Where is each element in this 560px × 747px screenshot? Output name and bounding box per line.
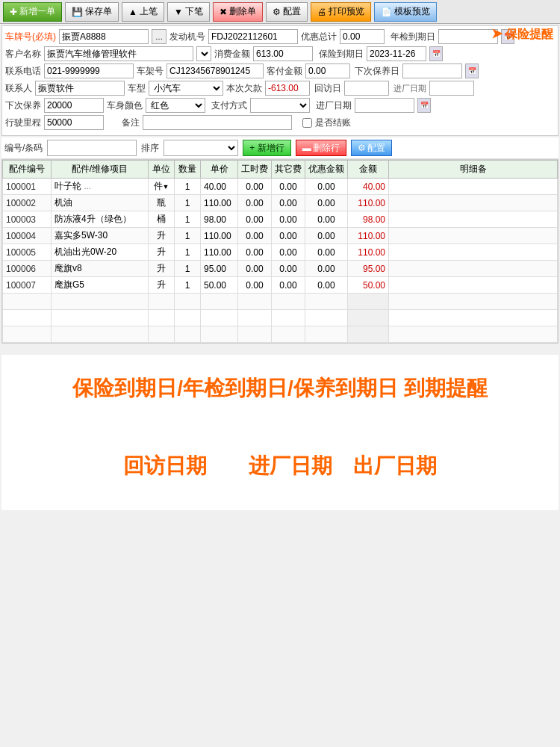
- cell-amount: 110.00: [348, 244, 389, 261]
- revisit-input[interactable]: [344, 81, 389, 96]
- customer-input[interactable]: [44, 46, 193, 61]
- consume-label: 消费金额: [214, 48, 250, 61]
- factory-calendar-button[interactable]: 📅: [417, 98, 431, 113]
- col-name: 配件/维修项目: [52, 161, 149, 179]
- insurance-reminder-section: 保险到期日/年检到期日/保养到期日 到期提醒: [1, 355, 559, 421]
- plate-lookup-button[interactable]: …: [152, 29, 167, 44]
- sub-config-label: 配置: [367, 142, 385, 155]
- table-row: 100005机油出光0W-20升1110.000.000.000.00110.0…: [3, 244, 558, 261]
- payment-input[interactable]: [305, 63, 350, 78]
- car-type-select[interactable]: 小汽车: [149, 81, 223, 96]
- cell-empty: [52, 294, 149, 310]
- arrears-input[interactable]: [265, 81, 310, 96]
- plate-input[interactable]: [59, 29, 149, 44]
- cell-empty: [149, 310, 175, 326]
- col-labor: 工时费: [238, 161, 272, 179]
- factory-date2-input[interactable]: [355, 98, 414, 113]
- table-row-empty: [3, 310, 558, 326]
- next-service2-input[interactable]: [44, 98, 104, 113]
- print-preview-button[interactable]: 🖨 打印预览: [311, 2, 371, 22]
- discount-input[interactable]: [340, 29, 385, 44]
- cell-other: 0.00: [272, 195, 305, 211]
- cell-unit: 升: [149, 277, 175, 294]
- table-row: 100004嘉实多5W-30升1110.000.000.000.00110.00: [3, 228, 558, 244]
- cell-discount: 0.00: [305, 244, 348, 261]
- parts-table: 配件编号 配件/维修项目 单位 数量 单价 工时费 其它费 优惠金额 金额 明细…: [2, 160, 558, 343]
- col-amount: 金额: [348, 161, 389, 179]
- sub-config-icon: ⚙: [358, 143, 366, 153]
- save-button[interactable]: 💾 保存单: [65, 2, 119, 22]
- template-icon: 📄: [381, 7, 392, 17]
- cell-empty: [272, 294, 305, 310]
- inspection-due-input[interactable]: [438, 29, 498, 44]
- cell-empty: [389, 326, 558, 343]
- next-service-calendar-button[interactable]: 📅: [465, 63, 479, 78]
- insurance-calendar-button[interactable]: 📅: [429, 46, 443, 61]
- col-unit: 单位: [149, 161, 175, 179]
- cell-code: 100005: [3, 244, 52, 261]
- cell-empty: [272, 326, 305, 343]
- car-color-select[interactable]: 红色: [146, 98, 205, 113]
- customer-dropdown[interactable]: ▼: [196, 46, 211, 61]
- cell-labor: 0.00: [238, 228, 272, 244]
- cell-name: 机油: [52, 195, 149, 211]
- down-icon: ▼: [174, 7, 183, 17]
- insurance-due-input[interactable]: [367, 46, 426, 61]
- cell-price: 110.00: [201, 244, 238, 261]
- delete-row-button[interactable]: ▬ 删除行: [296, 140, 346, 156]
- config-button[interactable]: ⚙ 配置: [266, 2, 308, 22]
- table-row: 100001叶子轮 …件▼140.000.000.000.0040.00: [3, 179, 558, 195]
- table-row: 100007麾旗G5升150.000.000.000.0050.00: [3, 277, 558, 294]
- phone-input[interactable]: [44, 63, 134, 78]
- cell-unit: 桶: [149, 211, 175, 228]
- add-row-button[interactable]: + 新增行: [243, 140, 290, 156]
- date-reminder-text: 回访日期 进厂日期 出厂日期: [9, 451, 551, 480]
- cell-amount: 40.00: [348, 179, 389, 195]
- cell-empty: [3, 326, 52, 343]
- insurance-due-label: 保险到期日: [319, 48, 364, 61]
- engine-input[interactable]: [208, 29, 298, 44]
- mileage-input[interactable]: [44, 115, 104, 130]
- cell-price: 95.00: [201, 261, 238, 277]
- arrears-label: 本次欠款: [226, 82, 262, 95]
- cell-other: 0.00: [272, 261, 305, 277]
- delete-button[interactable]: ✖ 删除单: [213, 2, 263, 22]
- table-row: 100006麾旗v8升195.000.000.000.0095.00: [3, 261, 558, 277]
- cell-empty: [389, 310, 558, 326]
- sub-config-button[interactable]: ⚙ 配置: [351, 140, 392, 156]
- factory-date-input[interactable]: [429, 81, 474, 96]
- inspection-due-label: 年检到期日: [391, 31, 435, 43]
- barcode-input[interactable]: [47, 140, 137, 156]
- template-preview-button[interactable]: 📄 模板预览: [374, 2, 437, 22]
- remark-input[interactable]: [143, 115, 292, 130]
- cell-empty: [305, 294, 348, 310]
- up-button[interactable]: ▲ 上笔: [122, 2, 164, 22]
- cell-labor: 0.00: [238, 211, 272, 228]
- cell-other: 0.00: [272, 211, 305, 228]
- cell-discount: 0.00: [305, 228, 348, 244]
- cell-code: 100006: [3, 261, 52, 277]
- form-row-6: 行驶里程 备注 是否结账: [5, 115, 555, 130]
- phone-label: 联系电话: [5, 65, 41, 78]
- col-code: 配件编号: [3, 161, 52, 179]
- cell-labor: 0.00: [238, 244, 272, 261]
- cell-detail: [389, 195, 558, 211]
- cell-detail: [389, 228, 558, 244]
- down-button[interactable]: ▼ 下笔: [167, 2, 210, 22]
- contact-input[interactable]: [35, 81, 125, 96]
- revisit-label: 回访日: [314, 82, 341, 95]
- settle-checkbox[interactable]: [302, 118, 312, 128]
- cell-amount: 110.00: [348, 195, 389, 211]
- insurance-arrow: ➤ 保险提醒: [491, 25, 553, 43]
- cell-labor: 0.00: [238, 261, 272, 277]
- data-table-container: 配件编号 配件/维修项目 单位 数量 单价 工时费 其它费 优惠金额 金额 明细…: [1, 159, 559, 344]
- payment-method-select[interactable]: [250, 98, 310, 113]
- frame-input[interactable]: [167, 63, 264, 78]
- consume-input[interactable]: [253, 46, 313, 61]
- new-order-button[interactable]: ✚ 新增一单: [3, 2, 62, 22]
- next-service-input[interactable]: [402, 63, 462, 78]
- cell-price: 98.00: [201, 211, 238, 228]
- sort-select[interactable]: [164, 140, 238, 156]
- cell-empty: [272, 310, 305, 326]
- col-discount: 优惠金额: [305, 161, 348, 179]
